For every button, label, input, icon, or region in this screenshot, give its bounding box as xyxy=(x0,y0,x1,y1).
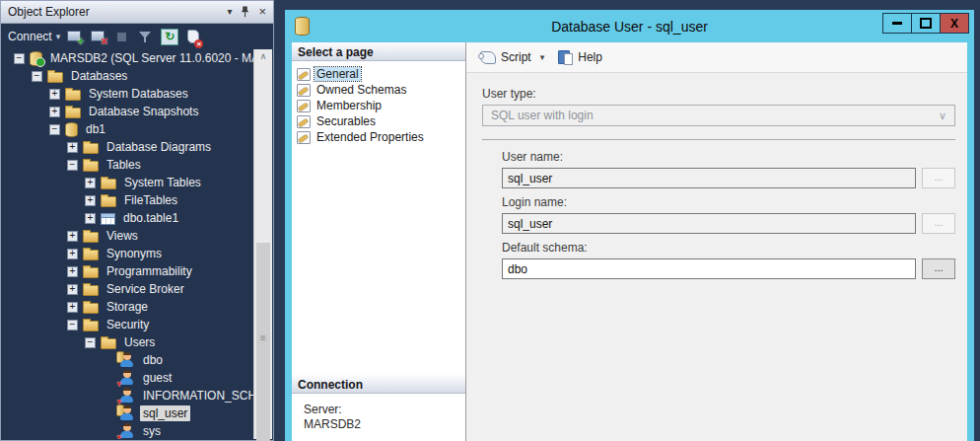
tree-item-tables[interactable]: −Tables xyxy=(2,156,254,174)
tree-item-database-diagrams[interactable]: +Database Diagrams xyxy=(2,138,254,156)
tree-item-dbo[interactable]: dbo xyxy=(2,351,254,369)
tree-item-database-snapshots[interactable]: +Database Snapshots xyxy=(2,103,254,120)
tree-item-synonyms[interactable]: +Synonyms xyxy=(2,245,254,262)
connect-server-icon[interactable] xyxy=(66,29,84,45)
user-type-combobox: SQL user with login ∨ xyxy=(482,105,955,126)
connect-button[interactable]: Connect ▾ xyxy=(8,30,60,43)
script-dropdown-icon[interactable]: ▾ xyxy=(540,52,545,62)
general-page-form: User type: SQL user with login ∨ User na… xyxy=(466,73,967,286)
object-explorer-panel: Object Explorer ▾ × Connect ▾ −MARSDB2 (… xyxy=(0,0,274,441)
tree-item-label: dbo.table1 xyxy=(120,210,181,226)
close-panel-icon[interactable]: × xyxy=(258,7,266,17)
collapse-icon[interactable]: − xyxy=(67,320,78,331)
collapse-icon[interactable]: − xyxy=(85,337,96,348)
expand-icon[interactable]: + xyxy=(67,266,78,277)
tree-item-marsdb2-sql-server-11-0-6020-marsd[interactable]: −MARSDB2 (SQL Server 11.0.6020 - MARSD xyxy=(2,49,254,67)
page-properties-icon xyxy=(297,131,311,144)
expand-icon[interactable]: + xyxy=(67,284,78,295)
expand-icon[interactable]: + xyxy=(67,249,78,259)
collapse-icon[interactable]: − xyxy=(14,53,25,64)
tree-item-label: Databases xyxy=(68,68,130,84)
tree-item-users[interactable]: −Users xyxy=(2,333,254,351)
tree-item-db1[interactable]: −db1 xyxy=(2,120,254,138)
tree-item-programmability[interactable]: +Programmability xyxy=(2,262,254,280)
tree-item-label: MARSDB2 (SQL Server 11.0.6020 - MARSD xyxy=(47,50,254,66)
tree-item-sys[interactable]: ▼sys xyxy=(2,422,254,439)
page-item-label: General xyxy=(315,67,361,81)
expand-icon[interactable]: + xyxy=(85,213,96,224)
folder-icon xyxy=(83,161,99,172)
user-type-value: SQL user with login xyxy=(491,109,594,122)
help-button[interactable]: Help xyxy=(578,50,602,64)
page-item-label: Membership xyxy=(315,99,384,112)
folder-icon xyxy=(101,338,116,349)
tree-item-views[interactable]: +Views xyxy=(2,227,254,245)
page-item-membership[interactable]: Membership xyxy=(297,98,465,113)
default-schema-browse-button[interactable]: ... xyxy=(922,258,955,279)
stop-icon[interactable] xyxy=(113,29,131,45)
default-schema-label: Default schema: xyxy=(502,241,955,255)
page-item-owned-schemas[interactable]: Owned Schemas xyxy=(297,82,465,98)
scrollbar-thumb[interactable]: ≡ xyxy=(256,243,270,441)
server-icon xyxy=(30,51,42,66)
refresh-icon[interactable] xyxy=(161,29,178,45)
collapse-icon[interactable]: − xyxy=(32,71,42,82)
folder-icon xyxy=(83,143,99,154)
scroll-up-icon[interactable]: ∧ xyxy=(254,49,272,64)
folder-icon xyxy=(47,72,63,83)
tree-item-dbo-table1[interactable]: +dbo.table1 xyxy=(2,209,254,227)
tree-item-security[interactable]: −Security xyxy=(2,316,254,333)
dialog-titlebar[interactable]: Database User - sql_user X xyxy=(292,10,967,42)
tree-item-guest[interactable]: ▼guest xyxy=(2,369,254,387)
database-icon xyxy=(295,17,310,36)
tree-item-databases[interactable]: −Databases xyxy=(2,67,254,85)
minimize-button[interactable] xyxy=(882,13,912,34)
expand-icon[interactable]: + xyxy=(67,302,78,313)
tree-item-system-tables[interactable]: +System Tables xyxy=(2,174,254,191)
collapse-icon[interactable]: − xyxy=(67,160,78,171)
page-item-general[interactable]: General xyxy=(297,66,465,82)
window-position-dropdown-icon[interactable]: ▾ xyxy=(227,7,232,17)
expand-icon[interactable]: + xyxy=(49,89,60,100)
filter-icon[interactable] xyxy=(137,29,155,45)
disabled-arrow-icon: ▼ xyxy=(115,380,123,389)
script-error-icon[interactable] xyxy=(184,29,202,45)
expand-icon[interactable]: + xyxy=(49,107,60,117)
default-schema-field[interactable]: dbo xyxy=(502,258,916,279)
disabled-arrow-icon: ▼ xyxy=(115,398,123,406)
disconnect-server-icon[interactable] xyxy=(90,29,107,45)
tree-item-storage[interactable]: +Storage xyxy=(2,298,254,316)
object-explorer-titlebar: Object Explorer ▾ × xyxy=(1,1,273,24)
script-button[interactable]: Script xyxy=(501,50,531,64)
expand-icon[interactable]: + xyxy=(85,178,96,188)
tree-item-label: Database Diagrams xyxy=(104,139,214,155)
expand-icon[interactable]: + xyxy=(67,142,78,153)
tree-item-filetables[interactable]: +FileTables xyxy=(2,191,254,209)
tree-item-sql-user[interactable]: sql_user xyxy=(2,404,254,422)
tree-item-information-schema[interactable]: ▼INFORMATION_SCHEMA xyxy=(2,387,254,404)
tree-item-system-databases[interactable]: +System Databases xyxy=(2,85,254,103)
user-name-field: sql_user xyxy=(502,168,916,188)
tree-item-label: Users xyxy=(121,334,158,350)
maximize-button[interactable] xyxy=(911,13,941,34)
expand-icon[interactable]: + xyxy=(85,195,96,206)
folder-icon xyxy=(83,267,99,278)
tree-scrollbar[interactable]: ∧ ≡ xyxy=(253,49,272,439)
close-button[interactable]: X xyxy=(940,13,969,34)
page-item-extended-properties[interactable]: Extended Properties xyxy=(297,129,465,145)
server-value: MARSDB2 xyxy=(304,417,465,432)
folder-icon xyxy=(83,285,99,296)
page-item-label: Extended Properties xyxy=(315,130,426,144)
page-item-securables[interactable]: Securables xyxy=(297,113,465,129)
pin-icon[interactable] xyxy=(241,6,249,18)
server-label: Server: xyxy=(304,403,465,417)
tree-item-label: guest xyxy=(140,370,175,386)
collapse-icon[interactable]: − xyxy=(49,124,60,135)
user-name-group: User name: sql_user ... xyxy=(502,150,955,188)
object-explorer-tree: −MARSDB2 (SQL Server 11.0.6020 - MARSD−D… xyxy=(2,49,254,439)
tree-item-label: Synonyms xyxy=(104,246,165,261)
expand-icon[interactable]: + xyxy=(67,231,78,242)
tree-item-service-broker[interactable]: +Service Broker xyxy=(2,280,254,298)
user-disabled-icon: ▼ xyxy=(118,370,135,386)
tree-item-label: dbo xyxy=(140,352,166,368)
